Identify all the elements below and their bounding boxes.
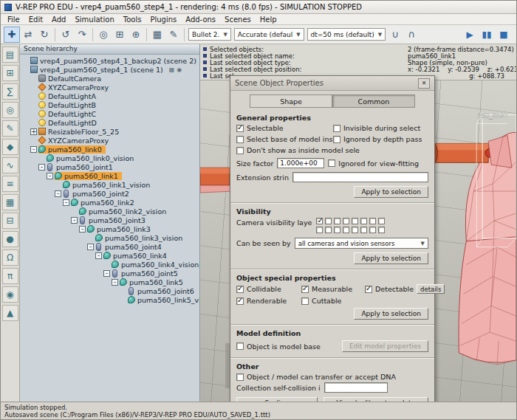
object-is-model-base-checkbox[interactable]: Object is model base <box>236 342 321 351</box>
translate-tool-icon[interactable]: ✚ <box>4 27 20 43</box>
collidable-checkbox[interactable]: Collidable <box>236 285 301 293</box>
camera-icon[interactable] <box>38 75 46 82</box>
path-edit-icon[interactable]: ∿ <box>2 157 18 173</box>
tree-item-puma560-joint3[interactable]: -puma560_joint3 <box>20 216 199 224</box>
tree-item-puma560-link0-vision[interactable]: puma560_link0_vision <box>20 154 199 162</box>
viewport-3d[interactable]: B <box>200 44 516 402</box>
menu-tools[interactable]: Tools <box>119 16 146 24</box>
tree-item-label[interactable]: ResizableFloor_5_25 <box>48 128 119 136</box>
collapse-icon[interactable]: - <box>71 217 78 224</box>
menu-file[interactable]: File <box>3 16 24 24</box>
tree-item-puma560-link5-vision[interactable]: puma560_link5_vision <box>20 295 199 304</box>
tree-item-label[interactable]: puma560_link1_vision <box>72 181 150 189</box>
tree-item-label[interactable]: puma560_link5 <box>129 278 183 286</box>
collapse-icon[interactable]: - <box>103 270 110 277</box>
tree-item-label[interactable]: puma560_link2_vision <box>89 207 166 216</box>
tree-item-label[interactable]: puma560_joint2 <box>72 190 129 198</box>
checkbox-box[interactable] <box>365 286 372 293</box>
checkbox-box[interactable] <box>301 286 309 293</box>
light-icon[interactable] <box>38 110 46 117</box>
menu-edit[interactable]: Edit <box>24 16 47 24</box>
scaling-button[interactable]: Scaling <box>236 397 318 402</box>
layers-icon[interactable]: ⊟ <box>2 213 18 229</box>
calculation-modules-icon[interactable]: ∑ <box>2 83 18 100</box>
menu-add-ons[interactable]: Add-ons <box>181 16 220 24</box>
model-browser-icon[interactable]: ▦ <box>2 194 18 210</box>
undo-icon[interactable]: ↺ <box>58 27 74 43</box>
collapse-icon[interactable]: - <box>95 252 102 259</box>
layer-checkbox[interactable] <box>325 227 332 233</box>
tree-item-label[interactable]: puma560_link3_vision <box>105 234 182 242</box>
dialog-title-bar[interactable]: Scene Object Properties ✕ <box>230 76 434 91</box>
pi-module-icon[interactable]: π <box>2 268 18 284</box>
redo-icon[interactable]: ↷ <box>74 27 90 43</box>
joint-icon[interactable] <box>112 269 117 278</box>
physics-engine-combo[interactable]: Bullet 2.▼ <box>188 28 231 41</box>
shape-icon[interactable] <box>128 296 135 303</box>
play-button[interactable]: ▶ <box>462 27 477 42</box>
tree-item-label[interactable]: DefaultLightD <box>48 119 97 127</box>
tree-item-xyzcameraproxy[interactable]: XYZCameraProxy <box>20 83 199 92</box>
checkbox-box[interactable] <box>236 147 244 154</box>
tree-item-vrep4-puam560-step4-1-backup2-scene-2-[interactable]: vrep4_puam560_step4_1_backup2 (scene 2) <box>20 56 199 65</box>
extension-string-input[interactable] <box>292 172 428 182</box>
script-edit-icon[interactable]: ✎ <box>165 27 182 43</box>
tree-item-puma560-link1[interactable]: -puma560_link1 <box>20 171 199 180</box>
light-icon[interactable] <box>38 101 46 109</box>
tree-item-label[interactable]: puma560_link3 <box>97 225 151 233</box>
shape-icon[interactable] <box>120 278 127 286</box>
object-properties-icon[interactable]: ⊞ <box>2 65 18 81</box>
tree-item-label[interactable]: vrep4_puam560_step4_1 (scene 1) <box>40 66 163 74</box>
stop-button[interactable]: ■ <box>496 27 511 42</box>
tab-common[interactable]: Common <box>332 94 415 108</box>
tree-item-label[interactable]: DefaultLightC <box>48 110 96 118</box>
tree-item-puma560-link0[interactable]: -puma560_link0 <box>20 145 199 154</box>
checkbox-box[interactable] <box>301 297 309 305</box>
tree-item-puma560-link4-vision[interactable]: puma560_link4_vision <box>20 260 199 269</box>
magnet-icon[interactable]: ∪ <box>387 27 403 43</box>
collapse-icon[interactable]: - <box>30 146 37 153</box>
tree-item-defaultlightc[interactable]: DefaultLightC <box>20 109 199 118</box>
scene-icon[interactable] <box>30 57 38 64</box>
tree-item-label[interactable]: puma560_link2 <box>81 199 134 207</box>
light-icon[interactable] <box>38 92 46 100</box>
collapse-icon[interactable]: - <box>55 190 61 197</box>
select-base-of-model-checkbox[interactable]: Select base of model inst <box>236 135 332 143</box>
user-settings-icon[interactable]: Ω <box>2 249 18 266</box>
joint-icon[interactable] <box>80 216 85 224</box>
layer-checkbox[interactable] <box>369 227 376 233</box>
layer-checkbox[interactable] <box>325 218 332 224</box>
tree-item-label[interactable]: puma560_link0 <box>48 145 102 154</box>
floor-icon[interactable] <box>38 128 46 135</box>
scene-icon[interactable] <box>30 66 38 73</box>
scripts-icon[interactable]: ✎ <box>2 120 18 137</box>
checkbox-box[interactable] <box>333 125 340 132</box>
cuttable-checkbox[interactable]: Cuttable <box>301 297 365 305</box>
layer-checkbox[interactable] <box>369 218 376 224</box>
proxy-icon[interactable] <box>38 83 46 91</box>
can-be-seen-by-dropdown[interactable]: all cameras and vision sensors ▼ <box>295 238 428 249</box>
collapse-icon[interactable]: - <box>63 199 69 206</box>
tree-item-label[interactable]: puma560_link0_vision <box>56 154 134 162</box>
menu-add[interactable]: Add <box>47 16 70 24</box>
tree-item-xyzcameraproxy[interactable]: XYZCameraProxy <box>20 136 199 145</box>
collapse-icon[interactable]: - <box>79 226 86 233</box>
collapse-icon[interactable]: - <box>112 279 118 286</box>
light-icon[interactable] <box>38 119 46 126</box>
checkbox-box[interactable] <box>236 297 244 305</box>
collection-self-collision-input[interactable] <box>324 382 388 393</box>
tree-item-defaultcamera[interactable]: DefaultCamera <box>20 74 199 83</box>
pause-button[interactable]: ▮▮ <box>479 27 494 42</box>
layer-checkbox[interactable] <box>378 218 385 224</box>
simulation-settings-icon[interactable]: ▤ <box>2 47 18 63</box>
camera-icon[interactable]: ◉ <box>177 66 182 73</box>
tree-item-puma560-link3-vision[interactable]: puma560_link3_vision <box>20 233 199 242</box>
shape-icon[interactable] <box>79 207 86 215</box>
tree-item-puma560-link4[interactable]: -puma560_link4 <box>20 251 199 260</box>
joint-icon[interactable] <box>129 287 134 295</box>
detectable-checkbox[interactable]: Detectable <box>365 285 414 293</box>
close-icon[interactable]: ✕ <box>418 78 430 89</box>
tree-item-puma560-link5[interactable]: -puma560_link5 <box>20 278 199 286</box>
timestep-combo[interactable]: dt=50 ms (default)▼ <box>307 28 386 41</box>
tree-item-label[interactable]: puma560_joint5 <box>121 269 178 278</box>
